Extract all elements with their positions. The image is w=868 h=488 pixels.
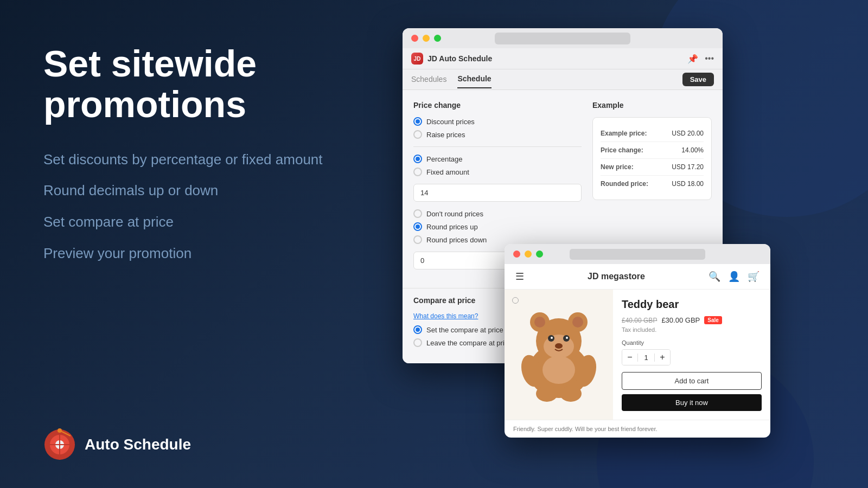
separator-1 (413, 146, 582, 147)
app-bar: JD JD Auto Schedule 📌 ••• (403, 48, 723, 69)
product-image-area (505, 290, 613, 420)
example-value-0: USD 20.00 (672, 130, 704, 137)
discount-raise-group: Discount prices Raise prices (413, 117, 582, 139)
address-bar (495, 33, 630, 44)
svg-point-21 (536, 386, 558, 402)
app-title: JD Auto Schedule (427, 54, 492, 63)
product-maximize-button[interactable] (536, 251, 543, 258)
tab-schedules[interactable]: Schedules (411, 75, 446, 88)
radio-discount-prices[interactable]: Discount prices (413, 117, 582, 126)
more-icon[interactable]: ••• (705, 54, 714, 64)
example-value-1: 14.00% (681, 146, 704, 154)
example-row-3: Rounded price: USD 18.00 (601, 176, 704, 192)
radio-dont-round-indicator (413, 209, 422, 218)
product-nav-icons: 🔍 👤 🛒 (709, 271, 760, 282)
feature-item-1: Set discounts by percentage or fixed amo… (43, 151, 380, 169)
quantity-control: − 1 + (622, 349, 671, 365)
teddy-bear-image (515, 306, 602, 403)
save-button[interactable]: Save (682, 73, 714, 86)
example-row-2: New price: USD 17.20 (601, 159, 704, 176)
product-minimize-button[interactable] (525, 251, 532, 258)
feature-list: Set discounts by percentage or fixed amo… (43, 151, 380, 263)
radio-round-down[interactable]: Round prices down (413, 235, 582, 244)
nav-tabs: Schedules Schedule Save (403, 69, 723, 90)
svg-point-23 (542, 356, 575, 384)
svg-point-16 (551, 337, 553, 339)
example-label-3: Rounded price: (601, 180, 648, 188)
product-navbar: ☰ JD megastore 🔍 👤 🛒 (505, 264, 770, 290)
example-title: Example (592, 101, 712, 110)
example-label-0: Example price: (601, 130, 647, 137)
main-title: Set sitewide promotions (43, 43, 380, 125)
add-to-cart-button[interactable]: Add to cart (622, 372, 762, 390)
search-icon[interactable]: 🔍 (709, 271, 720, 282)
radio-raise-prices[interactable]: Raise prices (413, 130, 582, 139)
maximize-button[interactable] (434, 35, 441, 42)
image-indicator (512, 297, 519, 304)
store-name: JD megastore (588, 272, 645, 281)
cart-icon[interactable]: 🛒 (748, 271, 760, 282)
example-label-1: Price change: (601, 146, 643, 154)
radio-fixed-indicator (413, 168, 422, 176)
product-content: Teddy bear £40.00 GBP £30.00 GBP Sale Ta… (505, 290, 770, 420)
radio-leave-compare-indicator (413, 338, 422, 347)
feature-item-3: Set compare at price (43, 213, 380, 232)
main-window-titlebar (403, 28, 723, 48)
hamburger-icon[interactable]: ☰ (515, 271, 524, 282)
radio-round-down-indicator (413, 235, 422, 244)
left-section: Set sitewide promotions Set discounts by… (43, 43, 380, 276)
radio-set-compare-indicator (413, 325, 422, 334)
logo-area: Auto Schedule (43, 428, 191, 461)
quantity-increase-button[interactable]: + (655, 350, 670, 365)
app-bar-icons: 📌 ••• (687, 54, 714, 64)
price-change-title: Price change (413, 101, 582, 110)
svg-point-18 (555, 343, 563, 349)
radio-raise-indicator (413, 130, 422, 139)
radio-fixed-amount[interactable]: Fixed amount (413, 168, 582, 176)
quantity-value: 1 (637, 354, 655, 362)
svg-point-12 (572, 317, 583, 328)
product-description: Friendly. Super cuddly. Will be your bes… (505, 420, 770, 438)
tax-note: Tax included. (622, 326, 762, 333)
product-close-button[interactable] (513, 251, 520, 258)
buy-now-button[interactable]: Buy it now (622, 394, 762, 411)
example-panel: Example price: USD 20.00 Price change: 1… (592, 117, 712, 200)
new-price: £30.00 GBP (661, 316, 700, 324)
quantity-decrease-button[interactable]: − (622, 350, 637, 365)
example-label-2: New price: (601, 163, 634, 171)
app-icon-title: JD JD Auto Schedule (411, 53, 492, 65)
radio-percentage[interactable]: Percentage (413, 155, 582, 163)
original-price: £40.00 GBP (622, 317, 657, 324)
logo-text: Auto Schedule (85, 436, 191, 453)
feature-item-4: Preview your promotion (43, 245, 380, 263)
rounding-group: Don't round prices Round prices up Round… (413, 209, 582, 244)
product-address-bar (570, 249, 705, 260)
example-value-2: USD 17.20 (672, 163, 704, 171)
sale-badge: Sale (704, 316, 722, 324)
svg-point-22 (560, 386, 582, 402)
svg-point-10 (534, 317, 545, 328)
account-icon[interactable]: 👤 (728, 271, 740, 282)
radio-discount-indicator (413, 117, 422, 126)
radio-round-up[interactable]: Round prices up (413, 222, 582, 231)
radio-percentage-indicator (413, 155, 422, 163)
example-value-3: USD 18.00 (672, 180, 704, 188)
radio-round-up-indicator (413, 222, 422, 231)
logo-icon (43, 428, 76, 461)
minimize-button[interactable] (423, 35, 430, 42)
svg-point-17 (566, 337, 568, 339)
product-window: ☰ JD megastore 🔍 👤 🛒 (505, 244, 770, 438)
product-details: Teddy bear £40.00 GBP £30.00 GBP Sale Ta… (613, 290, 770, 420)
product-window-titlebar (505, 244, 770, 264)
app-icon: JD (411, 53, 423, 65)
pin-icon[interactable]: 📌 (687, 54, 698, 64)
tab-schedule[interactable]: Schedule (457, 74, 491, 88)
percentage-fixed-group: Percentage Fixed amount (413, 155, 582, 176)
example-row-1: Price change: 14.00% (601, 142, 704, 159)
radio-dont-round[interactable]: Don't round prices (413, 209, 582, 218)
price-row: £40.00 GBP £30.00 GBP Sale (622, 316, 762, 324)
product-name: Teddy bear (622, 298, 762, 311)
amount-input[interactable] (413, 184, 582, 202)
close-button[interactable] (411, 35, 418, 42)
quantity-label: Quantity (622, 339, 762, 346)
